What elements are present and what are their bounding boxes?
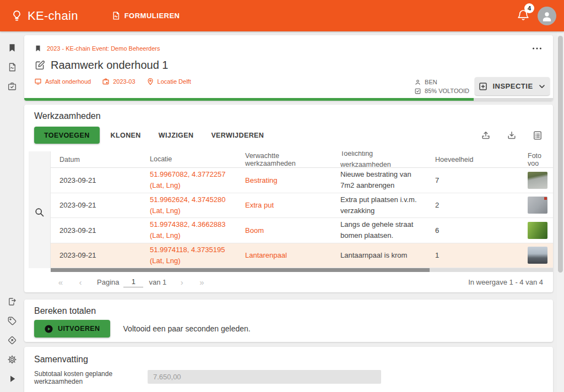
tag-locatie-delft[interactable]: Locatie Delft: [147, 78, 191, 85]
photo-thumbnail[interactable]: [528, 247, 547, 264]
pagination-bar: « ‹ Pagina van 1 › » In weergave 1 - 4 v…: [24, 272, 553, 292]
uitvoeren-button[interactable]: UITVOEREN: [34, 320, 110, 337]
tag-asfalt-onderhoud[interactable]: Asfalt onderhoud: [34, 78, 91, 85]
werkzaamheden-title: Werkzaamheden: [34, 111, 101, 121]
app-header: KE-chain FORMULIEREN 4: [0, 0, 564, 31]
coords-link[interactable]: 51.9974382, 4.3662883: [150, 220, 225, 228]
assignee-line: BEN: [414, 78, 469, 86]
subtotaal-label: Subtotaal kosten geplande werkzaamheden: [34, 370, 144, 385]
table-body: 2023-09-21 51.9967082, 4.3772257(Lat, Ln…: [51, 168, 553, 268]
table-icon-group: [480, 130, 543, 141]
tag-icon[interactable]: [7, 315, 18, 326]
forms-icon[interactable]: [7, 62, 18, 73]
inspectie-button[interactable]: INSPECTIE: [475, 77, 550, 95]
tag-2023-03[interactable]: 2023-03: [102, 78, 135, 85]
breadcrumb[interactable]: 2023 - KE-chain Event: Demo Beheerders: [47, 45, 160, 52]
coords-suffix: (Lat, Lng): [150, 231, 181, 239]
klonen-button[interactable]: KLONEN: [104, 127, 148, 144]
report-list-icon[interactable]: [532, 130, 543, 141]
coords-link[interactable]: 51.9974118, 4.3735195: [150, 246, 225, 254]
col-header-toelichting[interactable]: Toelichting werkzaamheden: [332, 151, 426, 168]
vertical-scrollbar-track[interactable]: [557, 31, 564, 392]
verwacht-link[interactable]: Lantarenpaal: [245, 251, 287, 259]
cell-toelichting: Nieuwe bestrating van 7m2 aanbrengen: [332, 169, 426, 191]
coords-link[interactable]: 51.9967082, 4.3772257: [150, 170, 225, 178]
search-icon[interactable]: [34, 156, 45, 268]
table-row[interactable]: 2023-09-21 51.9967082, 4.3772257(Lat, Ln…: [51, 168, 553, 193]
coords-link[interactable]: 51.9962624, 4.3745280: [150, 195, 225, 204]
task-header-card: 2023 - KE-chain Event: Demo Beheerders R…: [24, 35, 553, 101]
expand-arrow-icon[interactable]: [7, 373, 18, 384]
display-icon: [34, 78, 42, 85]
navigation-icon[interactable]: [7, 335, 18, 346]
col-header-verwacht[interactable]: Verwachtte werkzaamheden: [236, 152, 332, 167]
photo-thumbnail[interactable]: [528, 172, 547, 189]
cell-locatie: 51.9974118, 4.3735195(Lat, Lng): [141, 244, 236, 266]
cell-verwacht: Lantarenpaal: [236, 251, 332, 259]
verwacht-link[interactable]: Bestrating: [245, 176, 278, 184]
tag-label: Locatie Delft: [158, 78, 191, 85]
horizontal-scrollbar-track[interactable]: [51, 268, 553, 272]
nav-formulieren[interactable]: FORMULIEREN: [111, 11, 180, 20]
notifications-button[interactable]: 4: [517, 8, 530, 24]
verwacht-link[interactable]: Boom: [245, 226, 264, 235]
upload-icon[interactable]: [480, 130, 491, 141]
photo-thumbnail[interactable]: [528, 197, 547, 214]
tasks-briefcase-icon[interactable]: [7, 81, 18, 92]
cell-toelichting: Lantaarnpaal is krom: [332, 250, 426, 261]
col-header-locatie[interactable]: Locatie: [141, 154, 236, 165]
checkbox-icon: [414, 88, 421, 95]
settings-gear-icon[interactable]: [7, 354, 18, 365]
verwacht-link[interactable]: Extra put: [245, 201, 274, 209]
left-sidebar: [0, 31, 24, 392]
cell-foto: [519, 222, 553, 239]
page-title: Raamwerk onderhoud 1: [51, 59, 168, 72]
export-icon[interactable]: [7, 296, 18, 307]
topbar-right: 4: [517, 7, 556, 25]
photo-thumbnail[interactable]: [528, 222, 547, 239]
table-row-selected[interactable]: 2023-09-21 51.9974118, 4.3735195(Lat, Ln…: [51, 243, 553, 269]
cell-verwacht: Extra put: [236, 201, 332, 209]
subtotaal-input: [148, 370, 381, 384]
coords-suffix: (Lat, Lng): [150, 181, 181, 189]
toevoegen-button[interactable]: TOEVOEGEN: [34, 127, 100, 144]
cell-locatie: 51.9967082, 4.3772257(Lat, Lng): [141, 169, 236, 191]
plus-square-icon: [478, 81, 488, 91]
table-row[interactable]: 2023-09-21 51.9962624, 4.3745280(Lat, Ln…: [51, 193, 553, 219]
verwijderen-button[interactable]: VERWIJDEREN: [204, 127, 270, 144]
nav-formulieren-label: FORMULIEREN: [124, 12, 180, 20]
first-page-button[interactable]: «: [51, 277, 70, 287]
last-page-button[interactable]: »: [192, 277, 212, 287]
lightbulb-icon: [10, 9, 23, 22]
cell-hoeveelheid: 7: [426, 176, 519, 184]
bookmark-icon[interactable]: [7, 42, 18, 53]
col-header-foto[interactable]: Foto voo: [519, 152, 553, 167]
cell-locatie: 51.9974382, 4.3662883(Lat, Lng): [141, 219, 236, 241]
prev-page-button[interactable]: ‹: [70, 277, 90, 287]
scope-bookmark-icon: [34, 45, 42, 52]
table-row[interactable]: 2023-09-21 51.9974382, 4.3662883(Lat, Ln…: [51, 218, 553, 243]
page-number-input[interactable]: [123, 277, 143, 287]
bereken-status: Voltooid een paar seconden geleden.: [123, 324, 251, 333]
edit-pencil-icon[interactable]: [34, 59, 46, 71]
user-avatar[interactable]: [538, 7, 556, 25]
more-menu-icon[interactable]: [531, 42, 543, 55]
brand-logo[interactable]: KE-chain: [10, 9, 78, 23]
sidebar-bottom-group: [7, 296, 18, 384]
person-icon: [540, 9, 554, 23]
cell-foto: [519, 247, 553, 264]
sidebar-top-group: [7, 42, 18, 92]
download-icon[interactable]: [506, 130, 517, 141]
cell-foto: [519, 197, 553, 214]
cell-verwacht: Bestrating: [236, 176, 332, 184]
inspectie-label: INSPECTIE: [492, 82, 533, 90]
pagination-summary: In weergave 1 - 4 van 4: [468, 278, 543, 286]
col-header-datum[interactable]: Datum: [51, 156, 141, 164]
wijzigen-button[interactable]: WIJZIGEN: [152, 127, 200, 144]
form-document-icon: [111, 11, 121, 20]
next-page-button[interactable]: ›: [172, 277, 192, 287]
vertical-scrollbar-thumb[interactable]: [558, 36, 563, 273]
col-header-hoeveelheid[interactable]: Hoeveelheid: [426, 156, 519, 164]
horizontal-scrollbar-thumb[interactable]: [51, 268, 430, 272]
cell-hoeveelheid: 6: [426, 226, 519, 235]
